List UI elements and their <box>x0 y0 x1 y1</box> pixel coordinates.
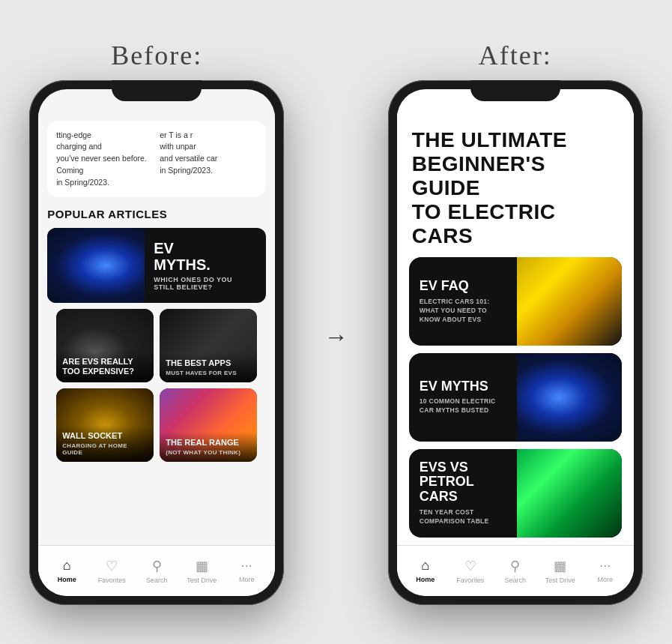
popular-section: POPULAR ARTICLES EVMYTHS. WHICH ONES DO … <box>38 208 275 462</box>
evs-vs-subtitle: TEN YEAR COST COMPARISON TABLE <box>420 508 506 526</box>
after-home-label: Home <box>416 576 435 583</box>
arrow-container: → <box>314 323 359 351</box>
evs-vs-text: EVS VSPETROLCARS TEN YEAR COST COMPARISO… <box>409 449 517 538</box>
range-overlay: THE REAL RANGE (NOT WHAT YOU THINK) <box>160 432 257 462</box>
charger-title: WALL SOCKET <box>62 431 148 441</box>
after-testdrive-label: Test Drive <box>545 577 575 584</box>
testdrive-label: Test Drive <box>187 577 217 584</box>
more-icon: ··· <box>241 558 252 574</box>
tab-testdrive-before[interactable]: ▦ Test Drive <box>179 558 224 584</box>
after-favorites-label: Favorites <box>456 577 484 584</box>
promo-col-2: er T is a rwith unparand versatile carin… <box>160 130 257 189</box>
tab-search-before[interactable]: ⚲ Search <box>134 558 179 584</box>
evs-vs-image <box>517 449 622 538</box>
apps-overlay: THE BEST APPS MUST HAVES FOR EVS <box>160 352 257 382</box>
headline-text: THE ULTIMATEBEGINNER'S GUIDETO ELECTRIC … <box>412 128 619 249</box>
range-title: THE REAL RANGE <box>166 438 251 448</box>
tab-search-after[interactable]: ⚲ Search <box>493 558 538 584</box>
apps-title: THE BEST APPS <box>166 358 251 368</box>
tab-home-before[interactable]: ⌂ Home <box>44 558 89 583</box>
before-label: Before: <box>111 40 202 71</box>
phone-notch <box>112 80 202 101</box>
before-content-area: tting-edgecharging andyou've never seen … <box>38 113 275 208</box>
testdrive-icon: ▦ <box>196 558 208 574</box>
before-screen: tting-edgecharging andyou've never seen … <box>38 89 275 596</box>
home-icon: ⌂ <box>63 558 71 574</box>
before-side: Before: tting-edgecharging andyou've nev… <box>15 15 299 629</box>
ev-faq-subtitle: ELECTRIC CARS 101:WHAT YOU NEED TOKNOW A… <box>420 298 506 325</box>
article-row-ev-myths[interactable]: EV MYTHS 10 COMMON ELECTRICCAR MYTHS BUS… <box>409 353 622 442</box>
grid-card-wallsocket[interactable]: WALL SOCKET CHARGING AT HOME GUIDE <box>56 388 154 462</box>
grid-card-range[interactable]: THE REAL RANGE (NOT WHAT YOU THINK) <box>160 388 257 462</box>
main-headline: THE ULTIMATEBEGINNER'S GUIDETO ELECTRIC … <box>397 113 634 258</box>
after-more-label: More <box>597 576 613 583</box>
tab-testdrive-after[interactable]: ▦ Test Drive <box>538 558 583 584</box>
ev-myths-title: EVMYTHS. <box>154 240 232 273</box>
evs-vs-title: EVS VSPETROLCARS <box>420 460 506 505</box>
grid-card-expensive[interactable]: ARE EVS REALLY TOO EXPENSIVE? <box>56 309 154 382</box>
favorites-label: Favorites <box>98 577 126 584</box>
after-article-list: EV FAQ ELECTRIC CARS 101:WHAT YOU NEED T… <box>397 257 634 544</box>
ev-faq-image <box>517 257 622 346</box>
tab-more-before[interactable]: ··· More <box>224 558 269 583</box>
articles-grid: ARE EVS REALLY TOO EXPENSIVE? THE BEST A… <box>47 309 266 462</box>
promo-col-1: tting-edgecharging andyou've never seen … <box>56 130 154 189</box>
after-label: After: <box>479 40 552 71</box>
tab-favorites-before[interactable]: ♡ Favorites <box>89 558 134 584</box>
ev-myths-image-after <box>517 353 622 442</box>
article-row-evs-vs-petrol[interactable]: EVS VSPETROLCARS TEN YEAR COST COMPARISO… <box>409 449 622 538</box>
tab-home-after[interactable]: ⌂ Home <box>403 558 448 583</box>
article-row-ev-faq[interactable]: EV FAQ ELECTRIC CARS 101:WHAT YOU NEED T… <box>409 257 622 346</box>
before-tab-bar: ⌂ Home ♡ Favorites ⚲ Search ▦ Test Drive <box>38 545 275 596</box>
ev-myths-title-after: EV MYTHS <box>420 379 506 394</box>
after-favorites-icon: ♡ <box>464 558 476 574</box>
ev-myths-subtitle: WHICH ONES DO YOUSTILL BELIEVE? <box>154 276 232 291</box>
search-label: Search <box>146 577 168 584</box>
before-scroll-area[interactable]: tting-edgecharging andyou've never seen … <box>38 113 275 545</box>
expensive-title: ARE EVS REALLY TOO EXPENSIVE? <box>62 357 148 376</box>
before-phone: tting-edgecharging andyou've never seen … <box>29 80 284 605</box>
promo-card-row: tting-edgecharging andyou've never seen … <box>56 130 257 189</box>
apps-subtitle: MUST HAVES FOR EVS <box>166 370 251 376</box>
after-tab-bar: ⌂ Home ♡ Favorites ⚲ Search ▦ Test Drive <box>397 545 634 596</box>
more-label: More <box>239 576 255 583</box>
promo-card: tting-edgecharging andyou've never seen … <box>47 121 266 198</box>
popular-title: POPULAR ARTICLES <box>47 208 266 220</box>
home-label: Home <box>58 576 76 583</box>
tab-favorites-after[interactable]: ♡ Favorites <box>448 558 493 584</box>
tab-more-after[interactable]: ··· More <box>583 558 628 583</box>
after-more-icon: ··· <box>599 558 611 574</box>
after-screen: THE ULTIMATEBEGINNER'S GUIDETO ELECTRIC … <box>397 89 634 596</box>
favorites-icon: ♡ <box>106 558 118 574</box>
range-subtitle: (NOT WHAT YOU THINK) <box>166 449 251 456</box>
grid-card-apps[interactable]: THE BEST APPS MUST HAVES FOR EVS <box>160 309 257 382</box>
after-search-icon: ⚲ <box>510 558 520 574</box>
charger-overlay: WALL SOCKET CHARGING AT HOME GUIDE <box>56 425 154 462</box>
ev-myths-text-after: EV MYTHS 10 COMMON ELECTRICCAR MYTHS BUS… <box>409 353 517 442</box>
ev-myths-subtitle-after: 10 COMMON ELECTRICCAR MYTHS BUSTED <box>420 397 506 415</box>
ev-myths-image <box>47 228 145 303</box>
ev-myths-text: EVMYTHS. WHICH ONES DO YOUSTILL BELIEVE? <box>145 228 241 303</box>
after-side: After: THE ULTIMATEBEGINNER'S GUIDETO EL… <box>374 15 658 629</box>
after-phone-notch <box>470 80 560 101</box>
after-phone: THE ULTIMATEBEGINNER'S GUIDETO ELECTRIC … <box>388 80 643 605</box>
arrow-icon: → <box>324 323 348 351</box>
after-search-label: Search <box>504 577 526 584</box>
after-content: THE ULTIMATEBEGINNER'S GUIDETO ELECTRIC … <box>397 113 634 545</box>
ev-faq-text: EV FAQ ELECTRIC CARS 101:WHAT YOU NEED T… <box>409 257 517 346</box>
search-icon: ⚲ <box>152 558 162 574</box>
after-home-icon: ⌂ <box>421 558 429 574</box>
article-card-ev-myths[interactable]: EVMYTHS. WHICH ONES DO YOUSTILL BELIEVE? <box>47 228 266 303</box>
blue-headlight-graphic <box>47 228 145 303</box>
expensive-overlay: ARE EVS REALLY TOO EXPENSIVE? <box>56 351 154 382</box>
ev-faq-title: EV FAQ <box>420 279 506 294</box>
after-testdrive-icon: ▦ <box>554 558 566 574</box>
charger-subtitle: CHARGING AT HOME GUIDE <box>62 442 148 456</box>
